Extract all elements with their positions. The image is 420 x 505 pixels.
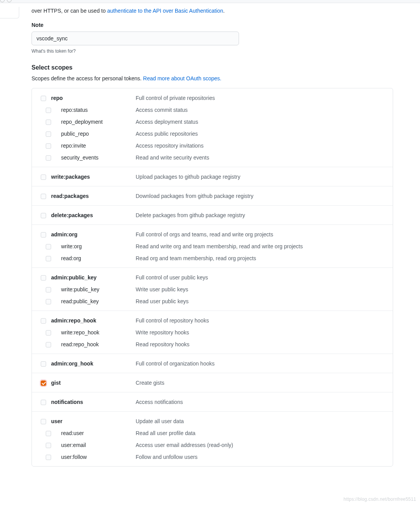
scope-group: write:packagesUpload packages to github … — [32, 167, 393, 186]
scope-desc: Read org and team membership, read org p… — [136, 254, 389, 262]
scope-desc: Read user public keys — [136, 297, 389, 306]
scope-desc: Full control of organization hooks — [136, 360, 389, 368]
scope-name[interactable]: user — [51, 417, 136, 425]
scopes-link[interactable]: Read more about OAuth scopes. — [143, 75, 221, 81]
scope-name[interactable]: read:repo_hook — [51, 341, 136, 349]
scope-subrow: write:repo_hookWrite repository hooks — [36, 327, 389, 339]
window-controls — [0, 0, 12, 2]
scope-checkbox[interactable] — [46, 455, 51, 460]
scope-checkbox[interactable] — [41, 213, 46, 218]
scope-row: delete:packagesDelete packages from gith… — [36, 209, 389, 221]
scope-row: admin:repo_hookFull control of repositor… — [36, 315, 389, 327]
scope-name[interactable]: repo_deployment — [51, 118, 136, 126]
scope-group: admin:orgFull control of orgs and teams,… — [32, 224, 393, 267]
scope-checkbox[interactable] — [46, 342, 51, 347]
sidebar-fragment — [0, 7, 19, 18]
scope-name[interactable]: write:packages — [51, 173, 136, 181]
scope-checkbox[interactable] — [41, 400, 46, 405]
scope-subrow: security_eventsRead and write security e… — [36, 152, 389, 164]
scope-group: admin:repo_hookFull control of repositor… — [32, 311, 393, 354]
scope-row: repoFull control of private repositories — [36, 92, 389, 104]
scope-name[interactable]: gist — [51, 379, 136, 387]
scope-checkbox[interactable] — [46, 108, 51, 113]
scope-name[interactable]: write:repo_hook — [51, 329, 136, 337]
scope-checkbox[interactable] — [46, 443, 51, 448]
note-label: Note — [32, 21, 393, 29]
scope-group: read:packagesDownload packages from gith… — [32, 186, 393, 205]
scope-checkbox[interactable] — [41, 380, 46, 386]
scope-name[interactable]: read:public_key — [51, 297, 136, 306]
scope-checkbox[interactable] — [46, 143, 51, 149]
scope-name[interactable]: repo — [51, 94, 136, 102]
scope-group: notificationsAccess notifications — [32, 392, 393, 411]
scope-subrow: repo:statusAccess commit status — [36, 104, 389, 116]
scope-checkbox[interactable] — [46, 287, 51, 292]
scope-subrow: user:emailAccess user email addresses (r… — [36, 439, 389, 451]
scope-name[interactable]: admin:org_hook — [51, 360, 136, 368]
scope-name[interactable]: security_events — [51, 154, 136, 162]
scope-desc: Upload packages to github package regist… — [136, 173, 389, 181]
scope-desc: Read and write org and team membership, … — [136, 243, 389, 251]
scope-checkbox[interactable] — [41, 194, 46, 199]
scope-desc: Access commit status — [136, 106, 389, 114]
scope-desc: Write repository hooks — [136, 329, 389, 337]
scope-desc: Access deployment status — [136, 118, 389, 126]
scope-desc: Full control of orgs and teams, read and… — [136, 231, 389, 239]
scope-checkbox[interactable] — [46, 431, 51, 436]
scope-desc: Access user email addresses (read-only) — [136, 441, 389, 449]
intro-link[interactable]: authenticate to the API over Basic Authe… — [107, 8, 223, 14]
scope-checkbox[interactable] — [46, 131, 51, 137]
scope-checkbox[interactable] — [46, 244, 51, 249]
scope-subrow: read:userRead all user profile data — [36, 427, 389, 439]
scope-group: userUpdate all user dataread:userRead al… — [32, 411, 393, 466]
scope-row: admin:org_hookFull control of organizati… — [36, 358, 389, 370]
scope-desc: Full control of repository hooks — [136, 317, 389, 325]
scope-checkbox[interactable] — [46, 120, 51, 125]
scope-name[interactable]: read:org — [51, 254, 136, 262]
scope-subrow: repo_deploymentAccess deployment status — [36, 116, 389, 128]
scopes-container: repoFull control of private repositories… — [32, 88, 393, 467]
scope-checkbox[interactable] — [46, 330, 51, 336]
scope-desc: Access repository invitations — [136, 142, 389, 150]
scope-checkbox[interactable] — [46, 299, 51, 304]
scope-checkbox[interactable] — [41, 275, 46, 281]
scope-desc: Read repository hooks — [136, 341, 389, 349]
scope-name[interactable]: write:public_key — [51, 286, 136, 294]
scope-checkbox[interactable] — [41, 232, 46, 238]
scope-desc: Delete packages from github package regi… — [136, 211, 389, 219]
scope-checkbox[interactable] — [41, 419, 46, 424]
scope-checkbox[interactable] — [41, 174, 46, 180]
intro-suffix: . — [223, 8, 225, 14]
scope-checkbox[interactable] — [41, 96, 46, 101]
scope-desc: Follow and unfollow users — [136, 453, 389, 461]
scope-name[interactable]: delete:packages — [51, 211, 136, 219]
scope-desc: Read and write security events — [136, 154, 389, 162]
scope-checkbox[interactable] — [46, 256, 51, 261]
scope-checkbox[interactable] — [41, 361, 46, 367]
scope-name[interactable]: notifications — [51, 398, 136, 406]
scope-name[interactable]: user:follow — [51, 453, 136, 461]
scope-name[interactable]: read:packages — [51, 192, 136, 200]
note-input[interactable] — [32, 32, 239, 45]
scope-name[interactable]: public_repo — [51, 130, 136, 138]
scope-group: gistCreate gists — [32, 373, 393, 392]
scope-name[interactable]: repo:invite — [51, 142, 136, 150]
scope-name[interactable]: admin:org — [51, 231, 136, 239]
scope-subrow: repo:inviteAccess repository invitations — [36, 140, 389, 152]
scope-row: write:packagesUpload packages to github … — [36, 171, 389, 183]
scope-checkbox[interactable] — [46, 155, 51, 161]
scope-subrow: write:orgRead and write org and team mem… — [36, 241, 389, 252]
intro-text: over HTTPS, or can be used to authentica… — [32, 7, 393, 15]
scope-subrow: user:followFollow and unfollow users — [36, 451, 389, 463]
scope-desc: Read all user profile data — [136, 429, 389, 437]
scope-name[interactable]: user:email — [51, 441, 136, 449]
scope-subrow: read:public_keyRead user public keys — [36, 296, 389, 307]
scope-name[interactable]: admin:repo_hook — [51, 317, 136, 325]
scope-name[interactable]: admin:public_key — [51, 274, 136, 282]
scope-desc: Update all user data — [136, 417, 389, 425]
scope-name[interactable]: repo:status — [51, 106, 136, 114]
scope-name[interactable]: read:user — [51, 429, 136, 437]
scope-row: read:packagesDownload packages from gith… — [36, 190, 389, 202]
scope-name[interactable]: write:org — [51, 243, 136, 251]
scope-checkbox[interactable] — [41, 318, 46, 324]
